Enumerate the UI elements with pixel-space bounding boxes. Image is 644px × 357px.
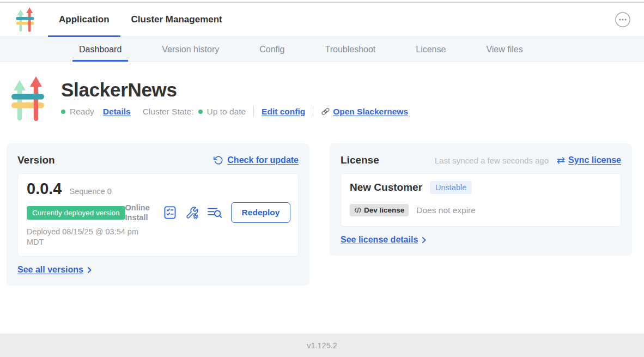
tab-application-label: Application [59,14,110,25]
preflight-checks-button[interactable] [163,205,177,220]
overflow-menu-button[interactable] [615,11,631,28]
license-panel: New Customer Unstable Dev license Does n… [341,173,621,227]
cluster-state-value: Up to date [207,107,246,117]
chain-link-icon [321,107,330,116]
app-status-text: Ready [70,107,94,117]
app-hero: SlackerNews Ready Details Cluster State:… [0,62,644,122]
hashtag-arrows-logo-icon [11,76,45,122]
check-for-update-label: Check for update [227,155,299,165]
version-number: 0.0.4 [27,181,62,197]
page-title: SlackerNews [61,79,408,101]
see-all-versions-label: See all versions [17,265,83,275]
app-hero-text: SlackerNews Ready Details Cluster State:… [61,76,408,122]
tab-config[interactable]: Config [253,37,291,62]
current-version-panel: 0.0.4 Sequence 0 Currently deployed vers… [17,173,299,257]
license-expiration: Does not expire [416,205,476,215]
check-for-update-link[interactable]: Check for update [214,155,299,165]
tab-troubleshoot-label: Troubleshoot [325,45,375,55]
secondary-nav: Dashboard Version history Config Trouble… [0,37,644,62]
sync-license-link[interactable]: Sync license [556,155,621,165]
deployed-timestamp: Deployed 08/15/25 @ 03:54 pm MDT [27,227,156,251]
console-version: v1.125.2 [307,341,337,350]
refresh-icon [214,155,223,165]
cluster-state-dot [198,110,203,114]
cluster-state-label: Cluster State: [143,107,194,117]
channel-badge: Unstable [430,181,472,194]
deployed-status-badge: Currently deployed version [27,206,125,220]
console-footer: v1.125.2 [0,334,644,357]
ellipsis-icon [615,11,631,28]
checklist-icon [163,205,177,220]
license-card-title: License [341,154,379,166]
tab-cluster-management[interactable]: Cluster Management [120,3,233,37]
version-card-title: Version [17,154,55,166]
customer-row: New Customer Unstable [350,181,612,194]
license-type-row: Dev license Does not expire [350,204,612,221]
tab-view-files-label: View files [486,45,523,55]
primary-nav: Application Cluster Management [48,3,233,37]
license-type-badge-label: Dev license [364,206,404,214]
license-card-header-right: Last synced a few seconds ago Sync licen… [435,155,621,165]
status-separator [313,106,313,117]
app-status-row: Ready Details Cluster State: Up to date … [61,106,408,117]
version-actions-row: Currently deployed version Online Instal… [27,202,289,223]
status-separator [253,106,254,117]
tab-cluster-management-label: Cluster Management [131,14,222,25]
customer-name: New Customer [350,181,422,193]
license-type-badge: Dev license [350,204,409,216]
status-details-link[interactable]: Details [103,107,131,117]
chevron-right-icon [422,237,427,244]
wrench-gear-icon [185,206,199,220]
tab-license[interactable]: License [409,37,452,62]
version-actions: Online Install [125,202,291,223]
view-config-button[interactable] [185,206,199,220]
tab-troubleshoot[interactable]: Troubleshoot [318,37,382,62]
open-app-link[interactable]: Open Slackernews [321,107,408,117]
open-app-link-label: Open Slackernews [333,107,408,117]
dashboard-cards: Version Check for update 0.0.4 Sequence … [0,143,644,286]
version-card-header: Version Check for update [17,154,299,166]
tab-application[interactable]: Application [48,3,120,37]
tab-version-history[interactable]: Version history [155,37,226,62]
version-sequence: Sequence 0 [70,187,112,196]
app-logo-large [11,76,45,122]
hashtag-arrows-logo-icon [15,7,35,32]
license-card-header: License Last synced a few seconds ago Sy… [341,154,621,166]
lines-magnifier-icon [207,206,222,219]
see-license-details-link[interactable]: See license details [341,235,427,245]
tab-config-label: Config [259,45,284,55]
app-logo-icon [15,7,35,32]
app-status-dot [61,110,65,114]
tab-dashboard[interactable]: Dashboard [72,37,128,62]
sync-arrows-icon [556,156,566,165]
last-synced-text: Last synced a few seconds ago [435,156,549,165]
version-card: Version Check for update 0.0.4 Sequence … [7,143,309,286]
tab-view-files[interactable]: View files [479,37,529,62]
deploy-logs-button[interactable] [207,206,222,219]
sync-license-label: Sync license [568,155,621,165]
chevron-right-icon [87,267,92,274]
main-content: SlackerNews Ready Details Cluster State:… [0,62,644,334]
code-brackets-icon [354,207,362,213]
install-type-label: Online Install [125,203,155,222]
tab-version-history-label: Version history [162,45,219,55]
edit-config-link[interactable]: Edit config [262,107,305,117]
version-number-row: 0.0.4 Sequence 0 [27,181,289,197]
tab-dashboard-label: Dashboard [79,45,121,55]
main-header: Application Cluster Management [0,3,644,37]
see-license-details-label: See license details [341,235,418,245]
license-card: License Last synced a few seconds ago Sy… [330,143,632,256]
tab-license-label: License [416,45,446,55]
redeploy-button[interactable]: Redeploy [231,202,291,223]
see-all-versions-link[interactable]: See all versions [17,265,92,275]
